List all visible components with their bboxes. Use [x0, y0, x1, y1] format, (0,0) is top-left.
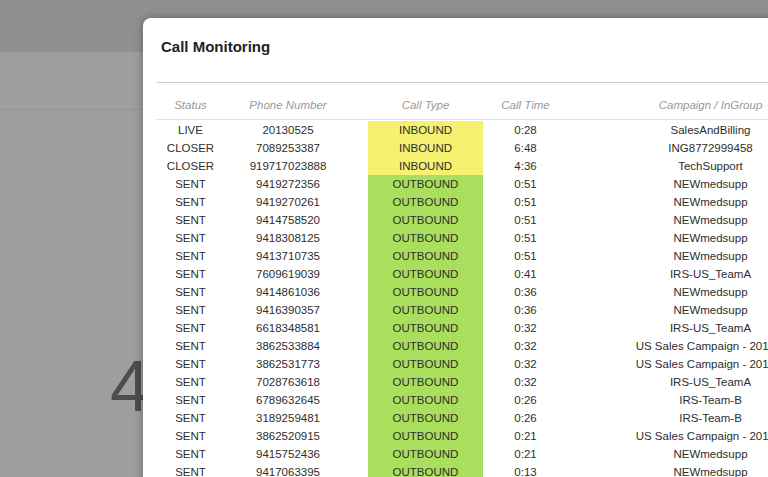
table-row[interactable]: CLOSER919717023888INBOUND4:36TechSupport [143, 157, 768, 175]
phone-number-cell: 9413710735 [238, 247, 338, 265]
call-monitoring-modal: Call Monitoring Status Phone Number Call… [143, 18, 768, 477]
call-type-cell: OUTBOUND [368, 193, 483, 211]
call-type-cell: OUTBOUND [368, 373, 483, 391]
spacer-cell [568, 139, 588, 157]
call-type-cell: OUTBOUND [368, 463, 483, 477]
phone-number-cell: 9416390357 [238, 301, 338, 319]
call-type-cell: OUTBOUND [368, 427, 483, 445]
phone-number-cell: 9417063395 [238, 463, 338, 477]
status-cell: SENT [143, 391, 238, 409]
spacer-cell [568, 391, 588, 409]
campaign-cell: NEWmedsupp [588, 301, 768, 319]
table-row[interactable]: SENT9414861036OUTBOUND0:36NEWmedsupp [143, 283, 768, 301]
table-row[interactable]: SENT3862533884OUTBOUND0:32US Sales Campa… [143, 337, 768, 355]
call-type-cell: OUTBOUND [368, 247, 483, 265]
status-cell: SENT [143, 247, 238, 265]
spacer-cell [568, 211, 588, 229]
campaign-cell: IRS-Team-B [588, 391, 768, 409]
spacer-cell [568, 121, 588, 139]
phone-number-cell: 9419272356 [238, 175, 338, 193]
campaign-cell: US Sales Campaign - 2014-0 [588, 355, 768, 373]
call-type-cell: OUTBOUND [368, 319, 483, 337]
column-header-spacer [338, 97, 368, 113]
column-header-campaign-ingroup: Campaign / InGroup [588, 97, 768, 113]
call-type-cell: OUTBOUND [368, 211, 483, 229]
call-time-cell: 0:36 [483, 301, 568, 319]
table-row[interactable]: SENT9419272356OUTBOUND0:51NEWmedsupp [143, 175, 768, 193]
spacer-cell [338, 373, 368, 391]
table-header-row: Status Phone Number Call Type Call Time … [143, 97, 768, 113]
status-cell: CLOSER [143, 157, 238, 175]
table-row[interactable]: SENT9417063395OUTBOUND0:13NEWmedsupp [143, 463, 768, 477]
spacer-cell [568, 157, 588, 175]
status-cell: SENT [143, 427, 238, 445]
call-type-cell: OUTBOUND [368, 391, 483, 409]
table-row[interactable]: SENT9413710735OUTBOUND0:51NEWmedsupp [143, 247, 768, 265]
status-cell: SENT [143, 373, 238, 391]
campaign-cell: IRS-US_TeamA [588, 319, 768, 337]
table-row[interactable]: SENT9416390357OUTBOUND0:36NEWmedsupp [143, 301, 768, 319]
status-cell: SENT [143, 265, 238, 283]
spacer-cell [338, 391, 368, 409]
status-cell: SENT [143, 319, 238, 337]
call-type-cell: OUTBOUND [368, 337, 483, 355]
column-header-call-type: Call Type [368, 97, 483, 113]
spacer-cell [338, 283, 368, 301]
table-row[interactable]: SENT3862531773OUTBOUND0:32US Sales Campa… [143, 355, 768, 373]
table-row[interactable]: SENT3862520915OUTBOUND0:21US Sales Campa… [143, 427, 768, 445]
status-cell: SENT [143, 445, 238, 463]
table-row[interactable]: SENT9418308125OUTBOUND0:51NEWmedsupp [143, 229, 768, 247]
spacer-cell [338, 121, 368, 139]
table-row[interactable]: SENT7028763618OUTBOUND0:32IRS-US_TeamA [143, 373, 768, 391]
spacer-cell [568, 247, 588, 265]
spacer-cell [338, 175, 368, 193]
spacer-cell [338, 301, 368, 319]
table-row[interactable]: SENT9419270261OUTBOUND0:51NEWmedsupp [143, 193, 768, 211]
campaign-cell: NEWmedsupp [588, 283, 768, 301]
spacer-cell [338, 355, 368, 373]
campaign-cell: NEWmedsupp [588, 229, 768, 247]
spacer-cell [568, 445, 588, 463]
call-type-cell: INBOUND [368, 121, 483, 139]
table-row[interactable]: SENT6789632645OUTBOUND0:26IRS-Team-B [143, 391, 768, 409]
status-cell: SENT [143, 301, 238, 319]
phone-number-cell: 3862533884 [238, 337, 338, 355]
phone-number-cell: 3189259481 [238, 409, 338, 427]
phone-number-cell: 3862520915 [238, 427, 338, 445]
call-time-cell: 0:32 [483, 319, 568, 337]
table-row[interactable]: SENT6618348581OUTBOUND0:32IRS-US_TeamA [143, 319, 768, 337]
campaign-cell: NEWmedsupp [588, 463, 768, 477]
call-time-cell: 0:41 [483, 265, 568, 283]
spacer-cell [568, 193, 588, 211]
status-cell: SENT [143, 337, 238, 355]
phone-number-cell: 919717023888 [238, 157, 338, 175]
spacer-cell [568, 337, 588, 355]
call-type-cell: OUTBOUND [368, 265, 483, 283]
spacer-cell [338, 229, 368, 247]
phone-number-cell: 3862531773 [238, 355, 338, 373]
campaign-cell: NEWmedsupp [588, 211, 768, 229]
campaign-cell: SalesAndBilling [588, 121, 768, 139]
table-row[interactable]: SENT9414758520OUTBOUND0:51NEWmedsupp [143, 211, 768, 229]
table-row[interactable]: CLOSER7089253387INBOUND6:48ING8772999458 [143, 139, 768, 157]
header-divider [157, 119, 768, 120]
table-row[interactable]: SENT7609619039OUTBOUND0:41IRS-US_TeamA [143, 265, 768, 283]
table-row[interactable]: SENT3189259481OUTBOUND0:26IRS-Team-B [143, 409, 768, 427]
campaign-cell: TechSupport [588, 157, 768, 175]
spacer-cell [568, 409, 588, 427]
spacer-cell [568, 229, 588, 247]
call-type-cell: INBOUND [368, 157, 483, 175]
spacer-cell [338, 445, 368, 463]
status-cell: SENT [143, 193, 238, 211]
status-cell: LIVE [143, 121, 238, 139]
table-row[interactable]: SENT9415752436OUTBOUND0:21NEWmedsupp [143, 445, 768, 463]
call-time-cell: 0:21 [483, 427, 568, 445]
table-row[interactable]: LIVE20130525INBOUND0:28SalesAndBilling [143, 121, 768, 139]
call-type-cell: OUTBOUND [368, 301, 483, 319]
spacer-cell [338, 427, 368, 445]
call-time-cell: 0:36 [483, 283, 568, 301]
modal-title: Call Monitoring [161, 38, 270, 55]
screen: 4 Call Monitoring Status Phone Number Ca… [0, 0, 768, 477]
spacer-cell [568, 355, 588, 373]
call-type-cell: OUTBOUND [368, 355, 483, 373]
